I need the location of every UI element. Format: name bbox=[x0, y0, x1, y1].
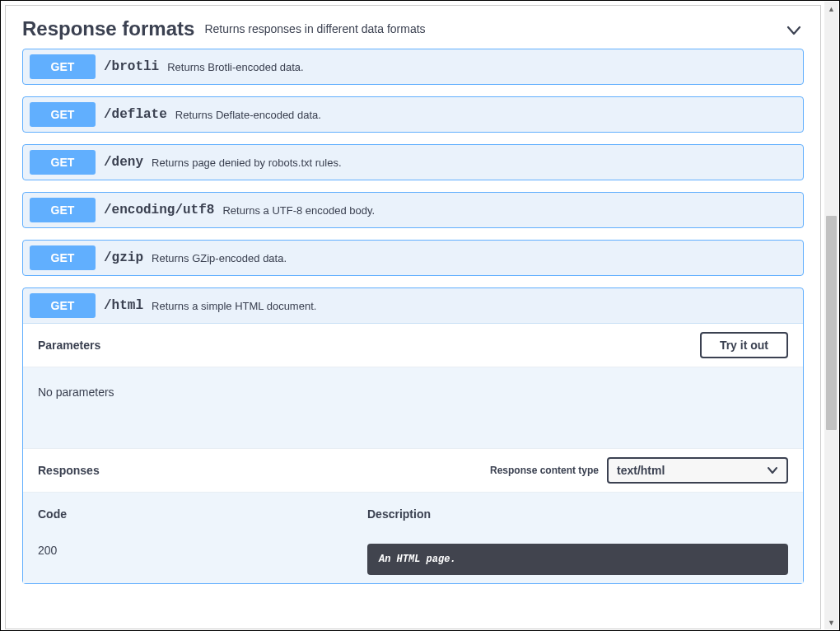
endpoint-description: Returns Deflate-encoded data. bbox=[175, 109, 321, 121]
endpoint-row[interactable]: GET /gzip Returns GZip-encoded data. bbox=[22, 240, 804, 276]
scrollbar-up-icon[interactable]: ▲ bbox=[824, 2, 838, 16]
content-type-select[interactable]: text/html bbox=[607, 457, 788, 484]
content-type-wrap: Response content type text/html bbox=[490, 457, 788, 484]
endpoint-description: Returns a simple HTML document. bbox=[152, 300, 316, 312]
endpoint-summary[interactable]: GET /html Returns a simple HTML document… bbox=[23, 288, 803, 323]
endpoint-body: Parameters Try it out No parameters Resp… bbox=[23, 323, 803, 583]
method-badge: GET bbox=[30, 198, 96, 222]
api-section: Response formats Returns responses in di… bbox=[5, 5, 821, 629]
endpoint-path: /brotli bbox=[104, 59, 159, 74]
endpoint-path: /deny bbox=[104, 155, 143, 170]
response-description: An HTML page. bbox=[367, 544, 788, 575]
no-parameters-text: No parameters bbox=[23, 367, 803, 448]
response-body-preview: An HTML page. bbox=[367, 544, 788, 575]
content-type-value: text/html bbox=[617, 464, 665, 477]
chevron-down-icon[interactable] bbox=[786, 22, 802, 39]
endpoint-row[interactable]: GET /deflate Returns Deflate-encoded dat… bbox=[22, 96, 804, 133]
content-type-label: Response content type bbox=[490, 465, 599, 476]
response-code: 200 bbox=[38, 544, 367, 575]
endpoint-description: Returns a UTF-8 encoded body. bbox=[222, 204, 375, 217]
section-subtitle: Returns responses in different data form… bbox=[204, 22, 425, 35]
endpoint-path: /encoding/utf8 bbox=[104, 203, 214, 217]
section-title: Response formats bbox=[22, 17, 194, 40]
parameters-bar: Parameters Try it out bbox=[23, 324, 803, 367]
endpoint-row-expanded: GET /html Returns a simple HTML document… bbox=[22, 287, 804, 584]
responses-label: Responses bbox=[38, 464, 100, 477]
code-header: Code bbox=[38, 507, 367, 521]
method-badge: GET bbox=[30, 102, 96, 127]
response-data-row: 200 An HTML page. bbox=[38, 544, 788, 575]
endpoint-description: Returns page denied by robots.txt rules. bbox=[152, 157, 342, 169]
description-header: Description bbox=[367, 507, 788, 521]
try-it-out-button[interactable]: Try it out bbox=[700, 332, 788, 358]
section-header[interactable]: Response formats Returns responses in di… bbox=[6, 6, 820, 49]
method-badge: GET bbox=[30, 293, 96, 318]
response-table: Code Description 200 An HTML page. bbox=[23, 493, 803, 583]
endpoint-row[interactable]: GET /brotli Returns Brotli-encoded data. bbox=[22, 49, 804, 85]
method-badge: GET bbox=[30, 150, 96, 175]
parameters-label: Parameters bbox=[38, 339, 100, 352]
window-frame: Response formats Returns responses in di… bbox=[0, 0, 840, 631]
chevron-down-icon bbox=[767, 465, 778, 476]
content-area: Response formats Returns responses in di… bbox=[2, 2, 824, 629]
method-badge: GET bbox=[30, 54, 96, 79]
endpoint-row[interactable]: GET /encoding/utf8 Returns a UTF-8 encod… bbox=[22, 192, 804, 228]
endpoint-path: /html bbox=[104, 298, 143, 313]
endpoint-description: Returns Brotli-encoded data. bbox=[167, 61, 303, 73]
endpoint-path: /deflate bbox=[104, 107, 167, 122]
endpoint-path: /gzip bbox=[104, 250, 143, 265]
response-header-row: Code Description bbox=[38, 507, 788, 521]
scrollbar-down-icon[interactable]: ▼ bbox=[824, 615, 838, 629]
method-badge: GET bbox=[30, 245, 96, 270]
responses-bar: Responses Response content type text/htm… bbox=[23, 448, 803, 493]
scrollbar-vertical[interactable]: ▲ ▼ bbox=[824, 2, 838, 629]
endpoint-description: Returns GZip-encoded data. bbox=[152, 252, 287, 264]
endpoint-row[interactable]: GET /deny Returns page denied by robots.… bbox=[22, 144, 804, 180]
scrollbar-thumb[interactable] bbox=[826, 216, 837, 430]
